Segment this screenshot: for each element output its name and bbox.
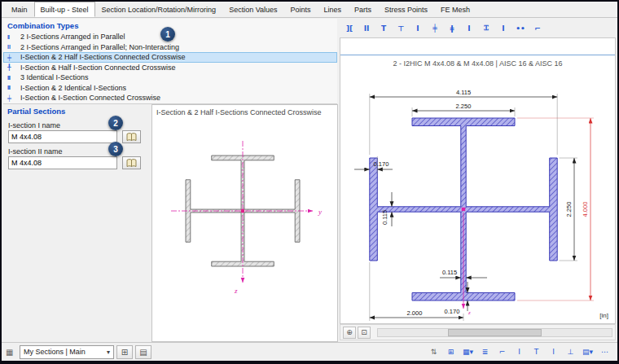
type-two-dots-icon[interactable]: ••: [512, 20, 529, 36]
dimensions-icon[interactable]: Τ: [528, 345, 545, 359]
centroid-marker: [462, 208, 465, 211]
combo-3-identical-i[interactable]: ΙΙΙ 3 Identical I-Sections: [3, 72, 337, 83]
section-drawing-area[interactable]: 2 - I2HIC M 4x4.08 & M 4x4.08 | AISC 16 …: [340, 37, 616, 324]
dim-bottom-half-width-label: 2.000: [407, 309, 423, 317]
tab-points[interactable]: Points: [284, 2, 318, 17]
dim-left-flange-thickness-label: 0.170: [374, 160, 389, 168]
partial-sections-panel: Partial Sections I-section I name I-sect…: [3, 104, 151, 342]
preview-drawing: y z: [153, 120, 338, 341]
dim-right-flange-height-label: 2.250: [565, 202, 573, 217]
y-axis-label: y: [318, 208, 322, 216]
drawing-title: 2 - I2HIC M 4x4.08 & M 4x4.08 | AISC 16 …: [340, 59, 615, 68]
dim-bottom-web-thickness-label: 0.115: [442, 269, 457, 276]
dim-top-flange-width-label: 2.250: [456, 103, 472, 110]
scrollbar-thumb[interactable]: [448, 329, 542, 336]
callout-1: 1: [160, 27, 175, 42]
sections-dropdown-value: My Sections | Main: [24, 348, 107, 356]
callout-3: 3: [108, 142, 123, 156]
tab-main[interactable]: Main: [5, 2, 34, 17]
sections-dropdown[interactable]: My Sections | Main ▾: [20, 345, 114, 359]
combo-2-i-parallel-noninteracting[interactable]: Ι Ι 2 I-Sections Arranged in Parallel; N…: [3, 42, 337, 53]
stress-points-icon[interactable]: ⌐: [494, 345, 511, 359]
dialog-body: Main Built-up - Steel Section Location/R…: [2, 2, 617, 361]
combination-type-label: 3 Identical I-Sections: [20, 73, 89, 81]
dim-overall-width-label: 4.115: [456, 89, 471, 96]
i-section-2-label: I-section II name: [8, 147, 63, 156]
partial-sections-header: Partial Sections: [3, 104, 151, 116]
dim-left-web-thickness-label: 0.115: [381, 210, 389, 225]
show-values-icon[interactable]: ≣: [476, 345, 494, 359]
tab-bar: Main Built-up - Steel Section Location/R…: [2, 2, 617, 18]
zoom-extents-icon[interactable]: ⊕: [343, 327, 356, 339]
i-section-2-row: [8, 156, 146, 170]
combo-i-2half-crosswise[interactable]: ╪ I-Section & 2 Half I-Sections Connecte…: [3, 52, 337, 63]
type-channel-icon[interactable]: ⌐: [529, 20, 546, 36]
tab-built-up-steel[interactable]: Built-up - Steel: [34, 2, 95, 17]
statusbar-right-icons: ⇅ ⊞ ▦▾ ≣ ⌐ Ι Τ Ι ⊥ ▤▾ ⋯: [425, 345, 613, 359]
combination-types-list: ΙΙ 2 I-Sections Arranged in Parallel Ι Ι…: [3, 32, 337, 103]
i-section-1-input[interactable]: [8, 130, 117, 143]
combination-type-label: 2 I-Sections Arranged in Parallel: [20, 33, 125, 41]
type-i-narrow-icon[interactable]: Ι: [495, 20, 511, 36]
dim-bottom-flange-thickness-label: 0.170: [445, 308, 460, 315]
type-i-icon[interactable]: Ι: [410, 20, 426, 36]
i-section-1-label: I-section I name: [8, 121, 60, 129]
combination-type-label: 2 I-Sections Arranged in Parallel; Non-I…: [20, 43, 179, 51]
unit-label: [in]: [599, 312, 608, 319]
type-tee-top-icon[interactable]: ⊤: [393, 20, 409, 36]
split-view-icon[interactable]: ⊞: [442, 345, 459, 359]
tab-section-location[interactable]: Section Location/Rotation/Mirroring: [95, 2, 223, 17]
type-tee-icon[interactable]: Τ: [375, 20, 392, 36]
section-drawing: 4.115 2.250 0.170 0.115 2.250 4.000 0.11…: [341, 72, 614, 321]
open-folder-icon[interactable]: ▤: [135, 345, 151, 359]
section-type-icon: Ι Ι: [7, 44, 20, 50]
tab-parts[interactable]: Parts: [348, 2, 378, 17]
chevron-down-icon: ▾: [107, 349, 110, 356]
tab-fe-mesh[interactable]: FE Mesh: [434, 2, 476, 17]
library-book-icon: [126, 133, 137, 142]
combination-type-label: I-Section & I-Section Connected Crosswis…: [20, 94, 160, 102]
render-mode-icon[interactable]: ▦▾: [459, 345, 476, 359]
drawing-bottom-bar: ⊕ ⊡: [340, 324, 616, 340]
type-two-i-parallel-icon[interactable]: ΙΙ: [358, 20, 375, 36]
type-i-stiffened-icon[interactable]: ǂ: [444, 20, 460, 36]
type-i-plate-icon[interactable]: Ɪ: [478, 20, 494, 36]
centroid-marker: [241, 209, 244, 213]
supports-icon[interactable]: ⊥: [562, 345, 579, 359]
tab-lines[interactable]: Lines: [318, 2, 349, 17]
i-section-2-library-button[interactable]: [122, 156, 141, 169]
rsection-window: Main Built-up - Steel Section Location/R…: [0, 0, 619, 364]
drawing-separator: [340, 55, 615, 55]
tab-section-values[interactable]: Section Values: [222, 2, 283, 17]
outline-icon[interactable]: Ι: [511, 345, 528, 359]
pan-icon[interactable]: ⊡: [358, 327, 371, 339]
i-section-1-row: [8, 130, 146, 144]
type-i-plain-icon[interactable]: I: [461, 20, 477, 36]
display-settings-icon[interactable]: ▤▾: [579, 345, 596, 359]
type-two-channels-icon[interactable]: ][: [341, 20, 358, 36]
z-axis-label: z: [234, 287, 238, 295]
preview-panel[interactable]: I-Section & 2 Half I-Sections Connected …: [151, 104, 338, 342]
combo-i-i-crosswise[interactable]: ╪ I-Section & I-Section Connected Crossw…: [3, 93, 337, 103]
sections-grid-icon: ▦: [6, 348, 17, 357]
type-cross-icon[interactable]: ╪: [427, 20, 443, 36]
combination-type-label: I-Section & 2 Identical I-Sections: [20, 84, 126, 92]
tab-stress-points[interactable]: Stress Points: [378, 2, 434, 17]
status-bar: ▦ My Sections | Main ▾ ⊞ ▤ ⇅ ⊞ ▦▾ ≣ ⌐: [2, 342, 617, 361]
section-type-icon: ╪: [7, 55, 20, 60]
new-favorite-icon[interactable]: ⊞: [116, 345, 133, 359]
section-type-icon: ΙΙΙ: [7, 75, 20, 81]
section-type-icon: ╀: [7, 64, 20, 71]
section-type-icon: ╪: [7, 95, 20, 101]
sort-icon[interactable]: ⇅: [425, 345, 442, 359]
axes-icon[interactable]: Ι: [545, 345, 562, 359]
i-section-2-input[interactable]: [8, 156, 117, 169]
combo-i-half-crosswise[interactable]: ╀ I-Section & Half I-Section Connected C…: [3, 63, 337, 73]
horizontal-scrollbar[interactable]: [377, 328, 612, 337]
dim-overall-height-label: 4.000: [582, 202, 589, 217]
statusbar-left-buttons: ⊞ ▤: [116, 345, 151, 359]
i-section-1-library-button[interactable]: [122, 130, 141, 143]
z-axis-label: z: [468, 309, 471, 316]
combo-i-2-identical-i[interactable]: ΙΙΙ I-Section & 2 Identical I-Sections: [3, 83, 337, 94]
more-options-icon[interactable]: ⋯: [596, 345, 613, 359]
